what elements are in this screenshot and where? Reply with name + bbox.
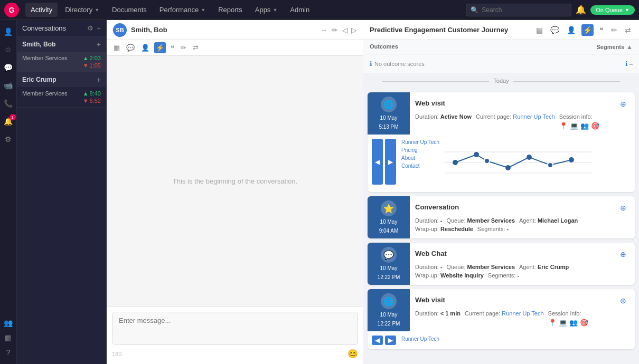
journey-icon-quote[interactable]: ❝ [598, 24, 605, 36]
contact-add-crump-icon[interactable]: + [97, 75, 101, 84]
journey-icon-person[interactable]: 👤 [565, 24, 577, 36]
page-link-1d[interactable]: Contact [401, 162, 439, 169]
page-link-1a[interactable]: Runner Up Tech [401, 139, 439, 146]
sidebar-icon-settings[interactable]: ⚙ [1, 132, 16, 147]
conversations-panel: Conversations ⚙ + Smith, Bob + Member Se… [17, 20, 107, 364]
card-nav-next-1[interactable]: ▶ [385, 139, 396, 185]
sidebar-icon-video[interactable]: 📹 [1, 78, 16, 93]
contact-add-smith-icon[interactable]: + [97, 40, 101, 49]
conversations-add-icon[interactable]: + [97, 24, 101, 32]
on-queue-badge[interactable]: On Queue ▼ [590, 5, 635, 15]
contact-header-crump[interactable]: Eric Crump + [17, 72, 106, 87]
segments-dash: ℹ – [625, 60, 633, 68]
conv-item-smith-member-services[interactable]: Member Services ▲ 2:03 ▼ 1:05 [17, 52, 106, 72]
nav-admin[interactable]: Admin [285, 3, 315, 17]
card-nav-prev-1[interactable]: ◀ [372, 139, 383, 185]
notification-badge: 1 [10, 114, 16, 120]
search-input[interactable] [482, 6, 567, 14]
sidebar-icon-phone[interactable]: 📞 [1, 96, 16, 111]
journey-panel: Predictive Engagement Customer Journey ▦… [363, 20, 639, 364]
conv-item-crump-member-services[interactable]: Member Services ▲ 8:40 ▼ 6:52 [17, 87, 106, 107]
journey-icon-lightning[interactable]: ⚡ [581, 24, 594, 36]
page-link-4a[interactable]: Runner Up Tech [401, 336, 439, 342]
sidebar-icon-star[interactable]: ☆ [1, 42, 16, 57]
card-fields-1: Duration: Active Now Current page: Runne… [415, 113, 629, 130]
chat-expand-right-icon[interactable]: ▷ [351, 26, 357, 34]
card-title-2: Conversation [415, 203, 459, 211]
page-link-1b[interactable]: Pricing [401, 147, 439, 154]
chat-avatar: SB [113, 23, 127, 37]
toolbar-comment-icon[interactable]: 💬 [125, 42, 136, 53]
journey-icon-comment[interactable]: 💬 [549, 24, 561, 36]
sidebar-icon-group[interactable]: 👥 [1, 315, 16, 330]
notification-bell-icon[interactable]: 🔔 [576, 5, 586, 15]
toolbar-lightning-icon[interactable]: ⚡ [154, 42, 166, 53]
svg-point-7 [527, 155, 532, 160]
journey-icon-grid[interactable]: ▦ [534, 24, 544, 36]
sidebar-icon-avatar[interactable]: 👤 [1, 24, 16, 39]
conversations-settings-icon[interactable]: ⚙ [87, 24, 93, 32]
card-close-1-icon[interactable]: ⊕ [617, 97, 629, 111]
toolbar-pencil-icon[interactable]: ✏ [179, 42, 188, 53]
card-chart-1 [445, 139, 593, 188]
card-close-2-icon[interactable]: ⊕ [617, 200, 629, 215]
session-icon-3: 👥 [580, 122, 589, 130]
conv-icon-2: ⭐ [381, 200, 397, 216]
chat-input-area: 160 😊 [107, 306, 363, 364]
journey-card-webvisit-2: 🌐 10 May 12:22 PM Web visit ⊕ Duration: … [368, 289, 635, 349]
chat-input[interactable] [112, 312, 358, 345]
emoji-icon[interactable]: 😊 [347, 349, 358, 359]
chat-arrow-icon[interactable]: → [320, 26, 327, 34]
performance-caret-icon: ▼ [201, 7, 205, 13]
duration-field-1: Duration: Active Now [415, 113, 472, 130]
toolbar-person-icon[interactable]: 👤 [139, 42, 151, 53]
card-content-3: Web Chat ⊕ Duration: - Queue: Member Ser… [410, 243, 635, 285]
segments-label: Segments ▲ [501, 43, 633, 51]
nav-documents[interactable]: Documents [107, 3, 152, 17]
sidebar-icon-notifications[interactable]: 🔔 1 [1, 114, 16, 129]
chat-expand-left-icon[interactable]: ◁ [342, 26, 348, 34]
nav-apps[interactable]: Apps ▼ [250, 3, 283, 17]
session-icon-4b: 💻 [559, 319, 567, 327]
wrapup-field-3: Wrap-up: Website Inquiry [415, 272, 484, 279]
current-page-link-4[interactable]: Runner Up Tech [502, 310, 543, 317]
page-link-1c[interactable]: About [401, 155, 439, 161]
queue-field-3: Queue: Member Services [446, 264, 515, 270]
toolbar-transfer-icon[interactable]: ⇄ [191, 42, 200, 53]
journey-icon-pencil[interactable]: ✏ [609, 24, 619, 36]
card-close-3-icon[interactable]: ⊕ [617, 247, 629, 262]
conv-item-label-crump: Member Services [22, 90, 68, 97]
card-nav-prev-4[interactable]: ◀ [372, 336, 383, 345]
sidebar-icon-help[interactable]: ? [1, 345, 16, 360]
journey-scores: ℹ No outcome scores ℹ – [363, 54, 639, 73]
journey-icon-transfer[interactable]: ⇄ [623, 24, 633, 36]
nav-reports[interactable]: Reports [213, 3, 248, 17]
journey-chart-svg-1 [445, 139, 593, 186]
toolbar-quote-icon[interactable]: ❝ [169, 42, 176, 53]
journey-subheader: Outcomes Segments ▲ [363, 40, 639, 54]
wrapup-field-2: Wrap-up: Reschedule [415, 226, 473, 232]
nav-activity[interactable]: Activity [25, 3, 58, 17]
top-nav-right: 🔍 🔔 On Queue ▼ [466, 4, 635, 16]
contact-name-smith: Smith, Bob [22, 41, 97, 48]
svg-point-8 [548, 162, 553, 168]
char-count: 160 [112, 351, 121, 357]
collapse-icon[interactable]: ▲ [626, 43, 633, 51]
directory-caret-icon: ▼ [95, 7, 99, 13]
search-box[interactable]: 🔍 [466, 4, 571, 16]
current-page-link-1[interactable]: Runner Up Tech [513, 113, 555, 120]
card-fields-2: Duration: - Queue: Member Services Agent… [415, 217, 629, 224]
card-nav-next-4[interactable]: ▶ [385, 336, 396, 345]
contact-header-smith[interactable]: Smith, Bob + [17, 37, 106, 52]
toolbar-grid-icon[interactable]: ▦ [112, 42, 121, 53]
sidebar-bottom: 👥 ▦ ? [1, 315, 16, 360]
chat-edit-icon[interactable]: ✏ [332, 26, 338, 34]
chat-icon-3: 💬 [381, 247, 397, 263]
card-close-4-icon[interactable]: ⊕ [617, 293, 629, 308]
sidebar-icon-grid[interactable]: ▦ [1, 330, 16, 345]
sidebar-icon-chat[interactable]: 💬 [1, 60, 16, 75]
conv-item-label: Member Services [22, 55, 68, 61]
nav-performance[interactable]: Performance ▼ [154, 3, 211, 17]
nav-directory[interactable]: Directory ▼ [60, 3, 105, 17]
card-title-3: Web Chat [415, 250, 447, 257]
